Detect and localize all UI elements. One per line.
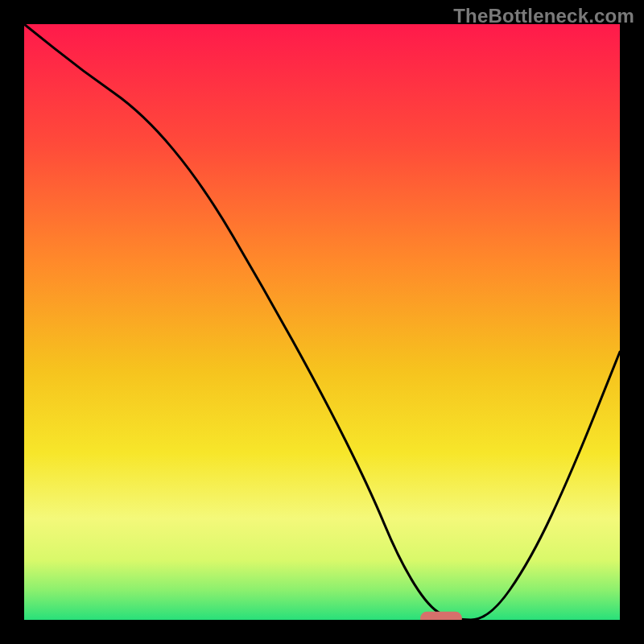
gradient-background	[24, 24, 620, 620]
watermark-text: TheBottleneck.com	[453, 5, 634, 27]
optimum-marker	[420, 612, 462, 620]
chart-frame: TheBottleneck.com	[0, 0, 644, 644]
chart-svg	[24, 24, 620, 620]
chart-plot-area	[24, 24, 620, 620]
